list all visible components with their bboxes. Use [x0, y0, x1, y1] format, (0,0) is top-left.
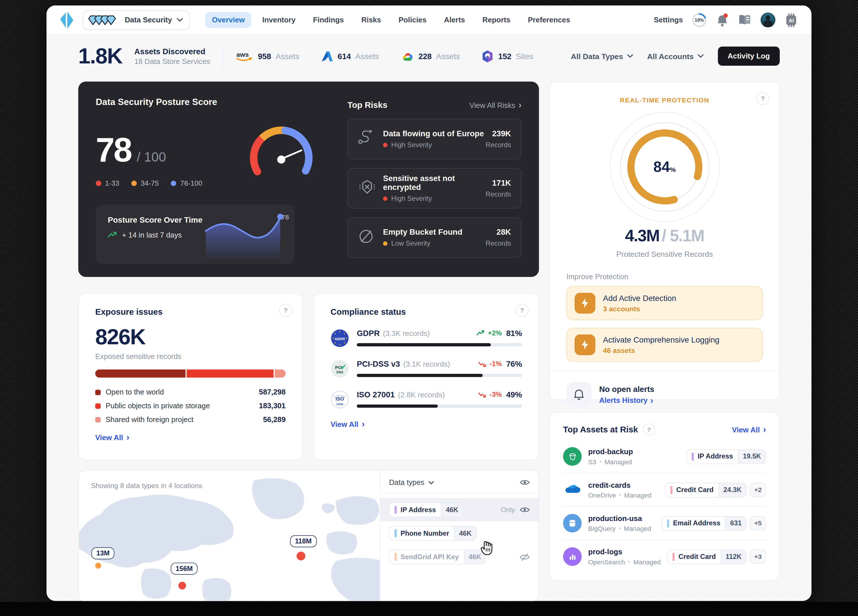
asset-row-prod-logs[interactable]: prod-logs OpenSearchManaged Credit Card … — [563, 540, 766, 573]
risk-item-not-encrypted[interactable]: Sensitive asset not encrypted High Sever… — [347, 168, 522, 208]
svg-text:aws: aws — [237, 50, 249, 58]
azure-unit: Assets — [355, 51, 379, 61]
data-flow-icon — [358, 130, 375, 145]
toggle-all-visibility-eye-icon[interactable] — [520, 479, 530, 486]
map-marker-dot[interactable] — [95, 563, 101, 569]
filter-data-types[interactable]: All Data Types — [571, 51, 633, 61]
svg-text:27001: 27001 — [336, 403, 344, 406]
tab-overview[interactable]: Overview — [205, 12, 251, 28]
tab-policies[interactable]: Policies — [392, 12, 433, 28]
gcp-unit: Assets — [436, 51, 460, 61]
s3-bucket-icon — [568, 452, 577, 461]
action-add-active-detection[interactable]: Add Active Detection 3 accounts — [566, 286, 763, 320]
lightning-icon — [581, 340, 589, 350]
user-avatar[interactable] — [760, 12, 776, 28]
aws-count: 958 — [258, 51, 271, 61]
help-icon[interactable]: ? — [279, 304, 292, 317]
protection-title: REAL-TIME PROTECTION — [566, 96, 763, 104]
alerts-history-link[interactable]: Alerts History› — [599, 396, 654, 405]
more-types-chip[interactable]: +5 — [750, 516, 766, 530]
chevron-down-icon — [627, 54, 633, 58]
chevron-down-icon — [177, 18, 183, 22]
visibility-eye-off-icon[interactable] — [520, 553, 530, 561]
gcp-count: 228 — [418, 51, 432, 61]
data-type-chip: Email Address 631 — [662, 516, 746, 531]
empty-slash-icon — [358, 228, 375, 244]
map-marker-dot[interactable] — [179, 582, 186, 590]
notifications-bell-icon[interactable] — [716, 13, 729, 27]
data-type-row-sendgrid-api-key[interactable]: SendGrid API Key 46K — [380, 545, 538, 569]
azure-count: 614 — [337, 51, 351, 61]
tab-alerts[interactable]: Alerts — [437, 12, 472, 28]
view-all-risks-link[interactable]: View All Risks› — [469, 101, 521, 110]
screen: Data Security Overview Inventory Finding… — [0, 0, 858, 616]
activity-log-button[interactable]: Activity Log — [718, 47, 780, 66]
provider-stat-gcp: 228 Assets — [401, 50, 460, 62]
divider — [550, 370, 779, 371]
exposure-issues-card: ? Exposure issues 826K Exposed sensitive… — [78, 293, 303, 460]
filter-accounts[interactable]: All Accounts — [647, 51, 704, 61]
map-marker-label[interactable]: 118M — [290, 535, 317, 548]
aws-unit: Assets — [275, 51, 299, 61]
asset-row-prod-backup[interactable]: prod-backup S3Managed IP Address 19.5K — [563, 440, 766, 473]
bigquery-database-icon — [568, 518, 577, 527]
no-open-alerts-label: No open alerts — [599, 384, 654, 394]
asset-row-credit-cards[interactable]: credit-cards OneDriveManaged Credit Card… — [563, 473, 766, 507]
only-action[interactable]: Only — [501, 506, 515, 513]
action-activate-logging[interactable]: Activate Comprehensive Logging 46 assets — [566, 328, 763, 362]
risk-item-empty-bucket[interactable]: Empty Bucket Found Low Severity 28K Reco… — [347, 217, 522, 258]
help-icon[interactable]: ? — [643, 423, 655, 436]
usage-progress-ring[interactable]: 19% — [692, 12, 707, 28]
data-type-row-ip-address[interactable]: IP Address 46K Only — [380, 498, 538, 522]
help-icon[interactable]: ? — [516, 304, 529, 317]
tab-findings[interactable]: Findings — [306, 12, 350, 28]
top-risks-title: Top Risks — [347, 100, 387, 110]
risk-name: Empty Bucket Found — [383, 228, 486, 237]
bar-open-world — [95, 370, 186, 378]
tab-preferences[interactable]: Preferences — [521, 12, 577, 28]
posture-trend-chart: 78 — [204, 210, 287, 261]
provider-stat-sharepoint: 152 Sites — [482, 50, 533, 63]
sharepoint-unit: Sites — [516, 51, 533, 61]
trend-down-icon — [478, 361, 487, 367]
chevron-right-icon: › — [650, 396, 653, 405]
help-icon[interactable]: ? — [756, 92, 769, 105]
posture-gauge — [247, 123, 316, 184]
risk-count: 171K — [486, 179, 511, 187]
settings-link[interactable]: Settings — [654, 16, 683, 24]
docs-book-icon[interactable] — [738, 14, 752, 27]
more-types-chip[interactable]: +3 — [750, 549, 766, 564]
data-type-row-phone-number[interactable]: Phone Number 46K — [380, 522, 538, 545]
compliance-bar — [357, 374, 522, 377]
trend-up-icon — [108, 232, 118, 239]
posture-trend-card: Posture Score Over Time + 14 in last 7 d… — [96, 205, 294, 264]
compliance-view-all-link[interactable]: View All› — [331, 420, 365, 429]
tab-inventory[interactable]: Inventory — [256, 12, 302, 28]
exposure-value: 826K — [95, 325, 286, 349]
data-types-dropdown[interactable]: Data types — [389, 478, 434, 487]
legend-dot-red — [96, 180, 101, 186]
chevron-right-icon: › — [362, 420, 365, 429]
tab-risks[interactable]: Risks — [355, 12, 388, 28]
product-switcher-label: Data Security — [125, 16, 172, 24]
risk-name: Sensitive asset not encrypted — [383, 174, 486, 192]
posture-trend-delta: + 14 in last 7 days — [122, 231, 182, 239]
asset-row-production-usa[interactable]: production-usa BigQueryManaged Email Add… — [563, 507, 766, 540]
compliance-status-card: ? Compliance status GDPR GDPR (3.3K reco… — [314, 293, 539, 460]
ai-assistant-icon[interactable]: AI — [784, 13, 798, 27]
provider-stat-aws: aws 958 Assets — [235, 50, 300, 63]
map-marker-label[interactable]: 156M — [171, 563, 197, 575]
top-assets-view-all-link[interactable]: View All› — [732, 425, 766, 434]
tab-reports[interactable]: Reports — [476, 12, 517, 28]
risk-item-data-flow[interactable]: Data flowing out of Europe High Severity… — [347, 119, 522, 159]
map-marker-dot[interactable] — [297, 552, 306, 561]
visibility-eye-icon[interactable] — [520, 506, 530, 513]
exposure-view-all-link[interactable]: View All› — [95, 433, 129, 442]
more-types-chip[interactable]: +2 — [750, 482, 766, 497]
exposure-caption: Exposed sensitive records — [95, 352, 286, 361]
app-logo-icon — [59, 11, 75, 29]
map-caption: Showing 8 data types in 4 locations — [91, 482, 202, 490]
opensearch-logs-icon — [568, 552, 577, 561]
product-switcher[interactable]: Data Security — [82, 10, 190, 30]
map-marker-label[interactable]: 13M — [92, 548, 115, 560]
